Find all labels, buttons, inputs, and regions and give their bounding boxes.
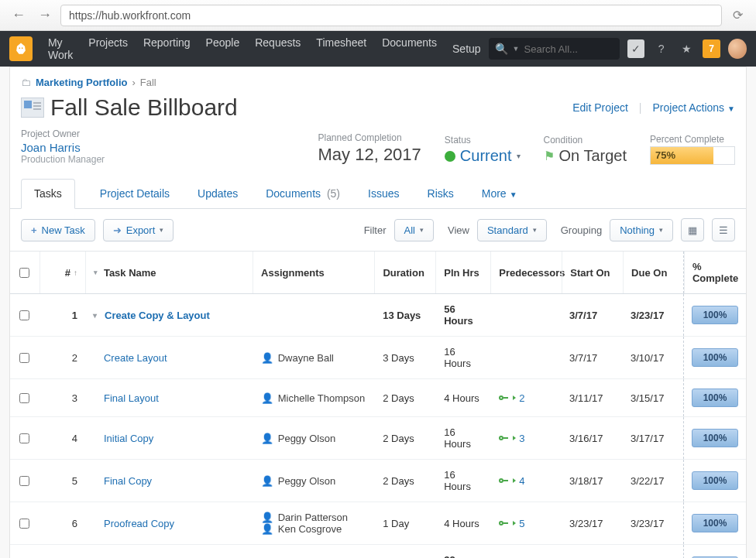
menu-projects[interactable]: Projects — [88, 36, 128, 61]
predecessor-cell — [491, 545, 562, 558]
pln-hrs-cell: 16 Hours — [436, 337, 491, 378]
col-duration[interactable]: Duration — [374, 252, 435, 293]
back-button[interactable]: ← — [8, 5, 29, 26]
tab-more[interactable]: More▼ — [479, 180, 521, 207]
percent-complete-button[interactable]: 100% — [692, 348, 738, 367]
menu-people[interactable]: People — [206, 36, 240, 61]
person-icon: 👤 — [261, 352, 273, 364]
status-dropdown[interactable]: Current ▾ — [445, 147, 521, 165]
pct-value: 75% — [655, 149, 675, 161]
task-toolbar: +New Task ➜Export▾ Filter All▾ View Stan… — [10, 209, 746, 252]
top-nav: My Work Projects Reporting People Reques… — [0, 31, 756, 67]
col-assignments[interactable]: Assignments — [253, 252, 374, 293]
app-logo[interactable] — [9, 36, 33, 61]
url-bar[interactable]: https://hub.workfront.com — [60, 5, 722, 26]
due-on-cell: 3/22/17 — [623, 460, 684, 502]
target-icon: ⚑ — [544, 149, 555, 163]
task-link[interactable]: Create Copy & Layout — [105, 310, 210, 321]
percent-complete-button[interactable]: 100% — [692, 514, 738, 532]
task-name-cell: Final Copy — [85, 460, 253, 502]
row-number: 7 — [40, 545, 85, 558]
caret-down-icon: ▼ — [727, 104, 735, 113]
task-link[interactable]: Final Copy — [104, 475, 152, 487]
col-number[interactable]: # ↑ — [40, 252, 85, 293]
tab-issues[interactable]: Issues — [365, 180, 402, 207]
col-pct-complete[interactable]: % Complete — [684, 252, 746, 293]
gantt-view-button[interactable]: ☰ — [712, 218, 735, 241]
global-search[interactable]: 🔍 ▼ — [489, 38, 620, 60]
project-actions-dropdown[interactable]: Project Actions▼ — [652, 101, 735, 114]
reload-button[interactable]: ⟳ — [727, 5, 748, 26]
row-checkbox[interactable] — [19, 310, 29, 320]
owner-name-link[interactable]: Joan Harris — [21, 141, 105, 154]
table-row: 2 Create Layout 👤Dwayne Ball 3 Days 16 H… — [10, 337, 746, 379]
tab-documents[interactable]: Documents (5) — [263, 180, 343, 207]
percent-complete-bar[interactable]: 75% — [650, 146, 735, 165]
row-checkbox[interactable] — [19, 519, 29, 529]
setup-link[interactable]: Setup — [452, 43, 481, 55]
col-predecessors[interactable]: Predecessors — [490, 252, 562, 293]
filter-label: Filter — [364, 224, 387, 236]
menu-requests[interactable]: Requests — [255, 36, 301, 61]
row-checkbox[interactable] — [19, 353, 29, 363]
row-checkbox[interactable] — [19, 476, 29, 486]
forward-button[interactable]: → — [34, 5, 56, 26]
col-due-on[interactable]: Due On — [623, 252, 684, 293]
task-link[interactable]: Create Layout — [104, 352, 167, 364]
expand-caret-icon[interactable]: ▾ — [93, 311, 97, 320]
grid-view-button[interactable]: ▦ — [681, 218, 704, 241]
filter-dropdown[interactable]: All▾ — [394, 219, 434, 241]
row-checkbox[interactable] — [19, 393, 29, 403]
menu-documents[interactable]: Documents — [382, 36, 437, 61]
col-task-name[interactable]: ▾Task Name — [85, 252, 253, 293]
select-all-checkbox[interactable] — [19, 268, 29, 278]
percent-complete-button[interactable]: 100% — [692, 389, 738, 407]
predecessor-link[interactable]: 2 — [499, 392, 524, 404]
project-title: Fall Sale Billboard — [50, 94, 238, 121]
due-on-cell: 3/17/17 — [623, 417, 684, 459]
plus-icon: + — [31, 224, 37, 236]
col-select-all[interactable] — [10, 252, 40, 293]
export-button[interactable]: ➜Export▾ — [103, 219, 174, 241]
menu-reporting[interactable]: Reporting — [143, 36, 191, 61]
percent-complete-button[interactable]: 100% — [692, 306, 738, 324]
row-checkbox[interactable] — [19, 433, 29, 443]
predecessor-cell: 3 — [491, 417, 562, 459]
planned-date: May 12, 2017 — [318, 145, 421, 165]
task-link[interactable]: Initial Copy — [104, 433, 153, 444]
start-on-cell: 3/7/17 — [562, 545, 623, 558]
tab-tasks[interactable]: Tasks — [21, 179, 75, 209]
view-dropdown[interactable]: Standard▾ — [477, 219, 547, 241]
help-icon[interactable]: ? — [652, 39, 669, 58]
task-name-cell: ▾Creative — [85, 545, 253, 558]
browser-bar: ← → https://hub.workfront.com ⟳ — [0, 0, 756, 31]
col-start-on[interactable]: Start On — [562, 252, 623, 293]
url-text: https://hub.workfront.com — [69, 9, 191, 22]
task-link[interactable]: Proofread Copy — [104, 518, 174, 529]
percent-complete-button[interactable]: 100% — [692, 471, 738, 490]
tab-updates[interactable]: Updates — [194, 180, 241, 207]
favorites-icon[interactable]: ★ — [678, 39, 695, 58]
predecessor-link[interactable]: 4 — [499, 475, 524, 487]
tab-risks[interactable]: Risks — [424, 180, 457, 207]
user-avatar[interactable] — [728, 39, 747, 59]
predecessor-link[interactable]: 3 — [499, 433, 524, 444]
approvals-icon[interactable]: ✓ — [627, 39, 644, 58]
tab-project-details[interactable]: Project Details — [97, 180, 173, 207]
person-icon: 👤 — [261, 392, 273, 404]
new-task-button[interactable]: +New Task — [21, 219, 95, 241]
table-header: # ↑ ▾Task Name Assignments Duration Pln … — [10, 252, 746, 294]
notifications-badge[interactable]: 7 — [703, 39, 720, 58]
menu-timesheet[interactable]: Timesheet — [316, 36, 366, 61]
col-pln-hrs[interactable]: Pln Hrs — [435, 252, 490, 293]
grouping-dropdown[interactable]: Nothing▾ — [610, 219, 673, 241]
edit-project-link[interactable]: Edit Project — [572, 101, 628, 114]
predecessor-link[interactable]: 5 — [499, 518, 524, 529]
task-link[interactable]: Final Layout — [104, 392, 159, 404]
dependency-icon — [499, 434, 510, 442]
search-input[interactable] — [524, 43, 613, 55]
menu-my-work[interactable]: My Work — [48, 36, 73, 61]
condition-block: Condition ⚑ On Target — [544, 135, 627, 165]
breadcrumb-parent[interactable]: Marketing Portfolio — [36, 77, 127, 88]
percent-complete-button[interactable]: 100% — [692, 429, 738, 447]
